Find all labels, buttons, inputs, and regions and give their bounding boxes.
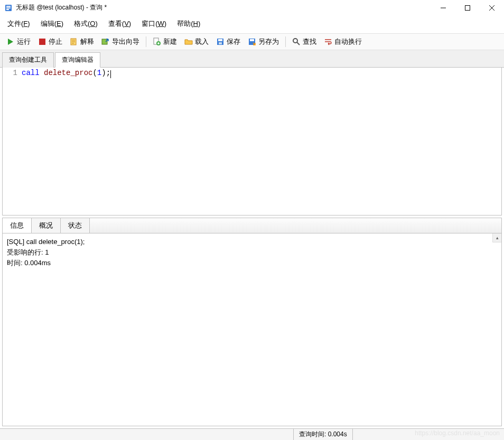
tab-query-editor[interactable]: 查询编辑器 — [55, 52, 100, 68]
status-empty — [0, 429, 293, 440]
new-button[interactable]: 新建 — [150, 35, 180, 48]
svg-rect-1 — [6, 6, 11, 7]
result-line: [SQL] call delete_proc(1); — [7, 237, 497, 247]
play-icon — [6, 38, 15, 46]
export-wizard-label: 导出向导 — [112, 37, 139, 46]
app-icon — [4, 4, 13, 12]
toolbar-separator — [146, 36, 146, 47]
identifier: delete_proc — [44, 69, 92, 77]
explain-button[interactable]: 解释 — [67, 35, 97, 48]
export-icon — [101, 38, 110, 46]
export-wizard-button[interactable]: 导出向导 — [98, 35, 143, 48]
svg-rect-9 — [39, 39, 45, 45]
tab-info[interactable]: 信息 — [3, 218, 32, 233]
svg-marker-8 — [8, 39, 13, 45]
save-icon — [216, 38, 225, 46]
status-spacer — [352, 429, 504, 440]
result-panel: 信息 概况 状态 ▴ [SQL] call delete_proc(1); 受影… — [2, 218, 502, 426]
explain-icon — [70, 38, 78, 46]
save-as-icon — [248, 38, 256, 46]
run-button[interactable]: 运行 — [3, 35, 34, 48]
save-label: 保存 — [227, 37, 240, 46]
toolbar-separator — [285, 36, 286, 47]
menu-format[interactable]: 格式(O) — [70, 17, 102, 30]
svg-rect-3 — [6, 9, 9, 10]
find-button[interactable]: 查找 — [289, 35, 320, 48]
load-button[interactable]: 载入 — [181, 35, 212, 48]
window-title: 无标题 @test (localhost) - 查询 * — [16, 3, 107, 12]
editor-panel: 1 call delete_proc(1); — [2, 68, 502, 216]
minimize-button[interactable] — [431, 0, 455, 16]
wrap-icon — [324, 38, 332, 46]
menubar: 文件(F) 编辑(E) 格式(O) 查看(V) 窗口(W) 帮助(H) — [0, 16, 504, 33]
tab-query-builder[interactable]: 查询创建工具 — [2, 52, 54, 68]
save-as-button[interactable]: 另存为 — [245, 35, 282, 48]
toolbar: 运行 停止 解释 导出向导 新建 载入 保存 — [0, 33, 504, 50]
new-icon — [153, 38, 161, 46]
new-label: 新建 — [163, 37, 177, 46]
autowrap-label: 自动换行 — [334, 37, 362, 46]
keyword: call — [22, 69, 40, 77]
menu-file[interactable]: 文件(F) — [3, 17, 34, 30]
text-cursor — [110, 70, 111, 78]
explain-label: 解释 — [80, 37, 94, 46]
statusbar: 查询时间: 0.004s — [0, 428, 504, 440]
result-tabs: 信息 概况 状态 — [3, 218, 501, 233]
scroll-up-button[interactable]: ▴ — [492, 233, 501, 242]
save-as-label: 另存为 — [258, 37, 279, 46]
menu-view[interactable]: 查看(V) — [104, 17, 135, 30]
query-tabs: 查询创建工具 查询编辑器 — [0, 50, 504, 68]
menu-edit[interactable]: 编辑(E) — [36, 17, 68, 30]
find-label: 查找 — [303, 37, 316, 46]
menu-help[interactable]: 帮助(H) — [173, 17, 204, 30]
svg-rect-15 — [218, 39, 222, 41]
load-icon — [184, 38, 193, 46]
svg-rect-16 — [219, 42, 222, 44]
result-line: 时间: 0.004ms — [7, 258, 497, 268]
stop-label: 停止 — [49, 37, 62, 46]
titlebar: 无标题 @test (localhost) - 查询 * — [0, 0, 504, 16]
stop-icon — [38, 38, 46, 46]
svg-rect-11 — [102, 39, 107, 44]
autowrap-button[interactable]: 自动换行 — [321, 35, 365, 48]
result-line: 受影响的行: 1 — [7, 247, 497, 258]
load-label: 载入 — [195, 37, 209, 46]
status-query-time: 查询时间: 0.004s — [293, 429, 352, 440]
stop-button[interactable]: 停止 — [35, 35, 66, 48]
svg-rect-5 — [465, 5, 470, 10]
code-content[interactable]: call delete_proc(1); — [22, 68, 501, 215]
search-icon — [292, 38, 301, 46]
tab-profile[interactable]: 概况 — [32, 218, 61, 233]
line-gutter: 1 — [3, 68, 22, 215]
code-editor[interactable]: 1 call delete_proc(1); — [3, 68, 501, 215]
tab-status[interactable]: 状态 — [61, 218, 90, 233]
run-label: 运行 — [17, 37, 31, 46]
window-buttons — [431, 0, 504, 16]
svg-point-19 — [293, 39, 297, 43]
svg-line-20 — [297, 42, 300, 45]
close-button[interactable] — [480, 0, 504, 16]
result-body[interactable]: ▴ [SQL] call delete_proc(1); 受影响的行: 1 时间… — [3, 233, 501, 426]
maximize-button[interactable] — [455, 0, 480, 16]
menu-window[interactable]: 窗口(W) — [137, 17, 171, 30]
svg-rect-2 — [6, 7, 11, 8]
svg-rect-18 — [250, 39, 254, 41]
save-button[interactable]: 保存 — [213, 35, 244, 48]
line-number: 1 — [3, 68, 17, 78]
